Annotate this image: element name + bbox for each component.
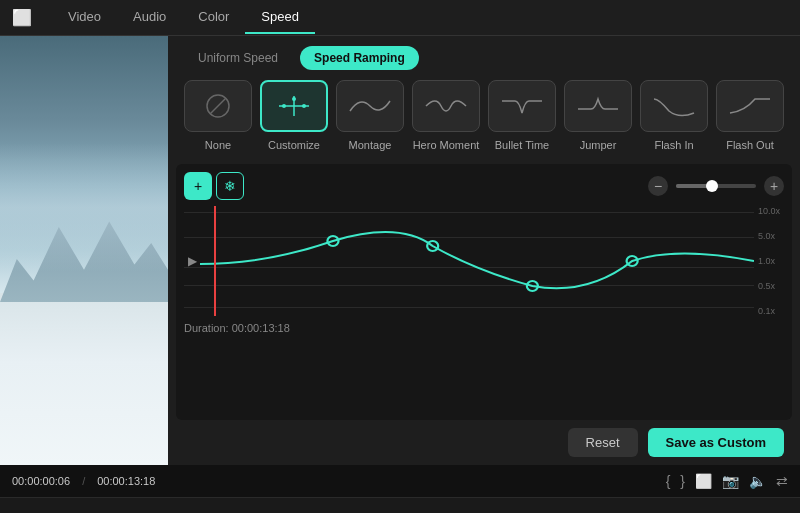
y-axis-labels: 10.0x 5.0x 1.0x 0.5x 0.1x <box>758 206 780 316</box>
speed-curve-svg <box>200 206 754 316</box>
time-separator: / <box>82 475 85 487</box>
label-1x: 1.0x <box>758 256 780 266</box>
preset-customize-label: Customize <box>268 138 320 152</box>
preset-flash-out-label: Flash Out <box>726 138 774 152</box>
speed-ramping-button[interactable]: Speed Ramping <box>300 46 419 70</box>
timeline-actions: { } ⬜ 📷 🔈 ⇄ <box>666 473 788 489</box>
zoom-slider-thumb[interactable] <box>706 180 718 192</box>
bottom-actions: Reset Save as Custom <box>168 420 800 465</box>
top-bar: ⬜ Video Audio Color Speed <box>0 0 800 36</box>
main-layout: Uniform Speed Speed Ramping None <box>0 36 800 465</box>
svg-point-6 <box>302 104 306 108</box>
speed-graph-container: + ❄ − + <box>176 164 792 420</box>
preset-none-label: None <box>205 138 231 152</box>
preset-hero-moment-box <box>412 80 480 132</box>
mountain-silhouette <box>0 195 168 302</box>
label-5x: 5.0x <box>758 231 780 241</box>
preset-flash-out-box <box>716 80 784 132</box>
duration-value: 00:00:13:18 <box>232 322 290 334</box>
preset-bullet-time[interactable]: Bullet Time <box>488 80 556 152</box>
zoom-out-button[interactable]: − <box>648 176 668 196</box>
label-05x: 0.5x <box>758 281 780 291</box>
mark-out-button[interactable]: } <box>680 473 685 489</box>
tab-navigation: Video Audio Color Speed <box>52 1 315 34</box>
freeze-button[interactable]: ❄ <box>216 172 244 200</box>
add-keyframe-button[interactable]: + <box>184 172 212 200</box>
svg-line-1 <box>210 98 226 114</box>
preset-flash-in-label: Flash In <box>654 138 693 152</box>
zoom-in-button[interactable]: + <box>764 176 784 196</box>
preview-panel <box>0 36 168 465</box>
duration-label: Duration: <box>184 322 229 334</box>
preset-none-box <box>184 80 252 132</box>
label-01x: 0.1x <box>758 306 780 316</box>
label-10x: 10.0x <box>758 206 780 216</box>
tab-color[interactable]: Color <box>182 1 245 34</box>
speed-mode-bar: Uniform Speed Speed Ramping <box>168 36 800 80</box>
preset-none[interactable]: None <box>184 80 252 152</box>
svg-point-5 <box>292 97 296 101</box>
graph-controls-left: + ❄ <box>184 172 244 200</box>
preset-hero-moment[interactable]: Hero Moment <box>412 80 480 152</box>
preset-bullet-time-box <box>488 80 556 132</box>
playhead-line <box>214 206 216 316</box>
save-custom-button[interactable]: Save as Custom <box>648 428 784 457</box>
speed-graph: ▶ 10.0x 5.0x 1.0x 0.5x 0.1x <box>184 206 784 316</box>
camera-button[interactable]: 📷 <box>722 473 739 489</box>
tab-video[interactable]: Video <box>52 1 117 34</box>
mark-in-button[interactable]: { <box>666 473 671 489</box>
tab-speed[interactable]: Speed <box>245 1 315 34</box>
preset-customize[interactable]: Customize <box>260 80 328 152</box>
transform-button[interactable]: ⇄ <box>776 473 788 489</box>
zoom-slider-track[interactable] <box>676 184 756 188</box>
preset-flash-out[interactable]: Flash Out <box>716 80 784 152</box>
right-panel: Uniform Speed Speed Ramping None <box>168 36 800 465</box>
preset-jumper-label: Jumper <box>580 138 617 152</box>
preset-flash-in[interactable]: Flash In <box>640 80 708 152</box>
preset-jumper-box <box>564 80 632 132</box>
preset-bullet-time-label: Bullet Time <box>495 138 549 152</box>
preset-hero-moment-label: Hero Moment <box>413 138 480 152</box>
video-preview <box>0 36 168 465</box>
graph-toolbar: + ❄ − + <box>184 172 784 200</box>
presets-grid: None Customize <box>168 80 800 164</box>
tab-audio[interactable]: Audio <box>117 1 182 34</box>
preset-montage[interactable]: Montage <box>336 80 404 152</box>
preset-jumper[interactable]: Jumper <box>564 80 632 152</box>
play-arrow: ▶ <box>188 254 197 268</box>
monitor-button[interactable]: ⬜ <box>695 473 712 489</box>
audio-button[interactable]: 🔈 <box>749 473 766 489</box>
svg-point-4 <box>282 104 286 108</box>
duration-bar: Duration: 00:00:13:18 <box>184 316 784 338</box>
timeline-strip: 00:00:00:06 / 00:00:13:18 { } ⬜ 📷 🔈 ⇄ <box>0 465 800 497</box>
zoom-control: − + <box>648 176 784 196</box>
zoom-slider-fill <box>676 184 708 188</box>
preset-montage-box <box>336 80 404 132</box>
preset-flash-in-box <box>640 80 708 132</box>
bottom-toolbar: ☀ ⬡ 🎙 ≡ ✦ ⊞ ⊖ ⊕ ▦ ⋮ <box>0 497 800 513</box>
uniform-speed-button[interactable]: Uniform Speed <box>184 46 292 70</box>
media-icon: ⬜ <box>12 8 32 27</box>
preset-montage-label: Montage <box>349 138 392 152</box>
reset-button[interactable]: Reset <box>568 428 638 457</box>
current-time: 00:00:00:06 <box>12 475 70 487</box>
total-time: 00:00:13:18 <box>97 475 155 487</box>
preset-customize-box <box>260 80 328 132</box>
